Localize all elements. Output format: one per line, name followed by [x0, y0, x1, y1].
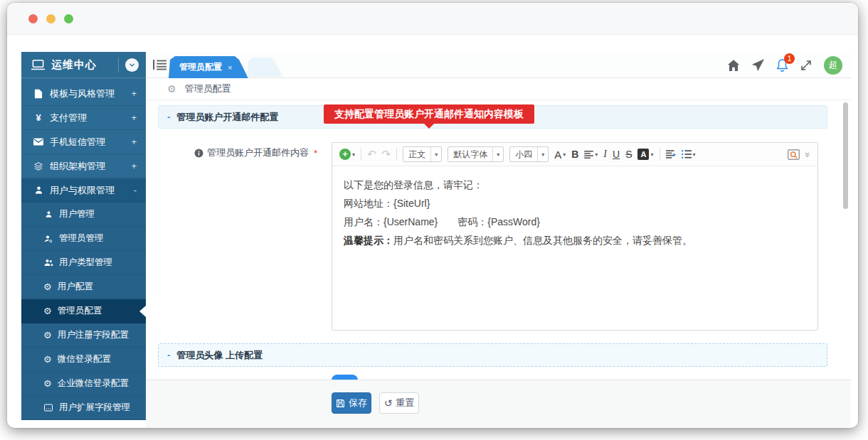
sidebar-item-admin-management[interactable]: 管理员管理 [21, 227, 146, 251]
window-titlebar [7, 3, 858, 35]
rich-text-editor: + ▾ ↶ ↷ 正文 ▾ 默认字体 ▾ [332, 142, 818, 331]
breadcrumb: ⚙ 管理员配置 [146, 78, 851, 100]
font-size-select[interactable]: 小四 ▾ [509, 146, 549, 162]
page-title: 管理员配置 [185, 82, 231, 95]
vertical-scrollbar[interactable] [843, 102, 848, 209]
sidebar-item-users-permissions[interactable]: 用户与权限管理 - [21, 178, 146, 203]
footer-bar: 保存 ↺ 重置 [146, 380, 851, 427]
highlight-color-button[interactable]: A ▾ [637, 149, 653, 160]
sidebar-item-template-style[interactable]: 模板与风格管理 + [21, 82, 146, 106]
fullscreen-window-button[interactable] [64, 14, 73, 23]
underline-button[interactable]: U [613, 149, 620, 160]
chevron-down-icon: ▾ [537, 147, 548, 161]
reset-button[interactable]: ↺ 重置 [379, 392, 419, 414]
save-button[interactable]: 保存 [332, 392, 371, 414]
topbar-icons: 1 超 [727, 52, 842, 78]
chevron-down-icon: ▾ [595, 151, 598, 158]
indent-icon [666, 150, 676, 159]
user-icon [33, 186, 43, 195]
sidebar-item-organization[interactable]: 组织架构管理 + [21, 154, 146, 178]
paragraph-select[interactable]: 正文 ▾ [403, 146, 442, 162]
font-family-select[interactable]: 默认字体 ▾ [448, 146, 504, 162]
align-icon [584, 151, 593, 159]
editor-toolbar: + ▾ ↶ ↷ 正文 ▾ 默认字体 ▾ [332, 143, 817, 166]
sidebar-item-wecom-login-config[interactable]: ⚙ 企业微信登录配置 [21, 372, 146, 396]
sidebar-item-user-config[interactable]: ⚙ 用户配置 [21, 275, 146, 299]
indent-button[interactable] [666, 150, 676, 159]
sidebar-header: 运维中心 [21, 52, 146, 78]
tab-admin-config[interactable]: 管理员配置 × [169, 56, 248, 78]
minimize-window-button[interactable] [46, 14, 55, 23]
insert-button[interactable]: + ▾ [339, 149, 355, 160]
user-icon [43, 210, 53, 218]
main-content: 管理员配置 × 1 [146, 52, 851, 427]
notification-badge: 1 [784, 53, 795, 64]
gear-icon: ⚙ [43, 306, 52, 316]
send-icon[interactable] [752, 59, 764, 71]
avatar[interactable]: 超 [824, 56, 842, 75]
id-card-icon [43, 404, 53, 412]
chevron-down-icon: ▾ [693, 151, 696, 158]
chevron-down-icon: ▾ [492, 147, 503, 161]
editor-line: 以下是您的登录信息，请牢记： [344, 176, 806, 194]
sidebar-group-users-permissions: 用户与权限管理 - 用户管理 管理员管理 [21, 178, 146, 420]
panel-avatar-upload-config[interactable]: - 管理员头像 上传配置 [158, 343, 827, 367]
reset-icon: ↺ [384, 398, 393, 408]
sidebar-collapse-button[interactable] [125, 58, 139, 72]
sidebar-item-user-type-management[interactable]: 用户类型管理 [21, 251, 146, 275]
laptop-icon [31, 60, 45, 70]
chevron-down-icon: ▾ [352, 151, 355, 158]
close-window-button[interactable] [28, 14, 38, 23]
bold-button[interactable]: B [571, 149, 578, 160]
collapse-minus-icon[interactable]: - [167, 112, 170, 122]
sidebar-item-register-field-config[interactable]: ⚙ 用户注册字段配置 [21, 323, 146, 348]
collapse-minus-icon[interactable]: - [134, 185, 137, 195]
app-title: 运维中心 [51, 58, 97, 72]
gear-icon: ⚙ [167, 83, 176, 95]
expand-plus-icon[interactable]: + [131, 161, 137, 171]
gear-icon: ⚙ [43, 331, 52, 340]
sidebar-item-payment[interactable]: ¥ 支付管理 + [21, 106, 146, 130]
sidebar: 运维中心 模板与风格管理 + ¥ 支付管理 + [21, 52, 146, 420]
sidebar-item-sms[interactable]: 手机短信管理 + [21, 130, 146, 154]
sidebar-item-wechat-login-config[interactable]: ⚙ 微信登录配置 [21, 348, 146, 372]
undo-icon[interactable]: ↶ [367, 148, 376, 161]
preview-icon[interactable] [788, 149, 800, 160]
expand-plus-icon[interactable]: + [131, 88, 137, 99]
sidebar-toggle-icon[interactable] [153, 59, 166, 70]
field-label: 管理员账户开通邮件内容 * [146, 146, 324, 159]
strikethrough-button[interactable]: S [625, 149, 632, 160]
tab-label: 管理员配置 [179, 61, 222, 73]
sidebar-item-user-extend-field[interactable]: 用户扩展字段管理 [21, 396, 146, 420]
home-icon[interactable] [727, 60, 740, 71]
expand-plus-icon[interactable]: + [131, 112, 137, 123]
tab-close-icon[interactable]: × [228, 63, 232, 72]
italic-button[interactable]: I [603, 149, 607, 160]
expand-plus-icon[interactable]: + [131, 136, 137, 147]
align-button[interactable]: ▾ [584, 151, 598, 159]
font-color-button[interactable]: A ▾ [554, 149, 566, 161]
sidebar-item-user-management[interactable]: 用户管理 [21, 203, 146, 227]
ghost-tab [247, 58, 282, 77]
editor-content[interactable]: 以下是您的登录信息，请牢记： 网站地址：{SiteUrl} 用户名：{UserN… [332, 166, 817, 259]
app-window: 运维中心 模板与风格管理 + ¥ 支付管理 + [7, 3, 858, 428]
editor-line: 网站地址：{SiteUrl} [344, 194, 806, 213]
highlight-a-icon: A [637, 149, 649, 160]
gear-icon: ⚙ [43, 379, 52, 388]
gear-icon: ⚙ [43, 355, 52, 364]
layers-icon [33, 161, 43, 171]
notification-bell-icon[interactable]: 1 [776, 58, 788, 72]
feature-tooltip: 支持配置管理员账户开通邮件通知内容模板 [324, 104, 534, 124]
ordered-list-button[interactable]: ▾ [682, 150, 696, 159]
collapse-minus-icon[interactable]: - [167, 350, 170, 360]
redo-icon[interactable]: ↷ [382, 148, 391, 161]
user-cog-icon [43, 235, 53, 243]
toolbar-more-icon[interactable]: » [803, 151, 813, 156]
file-icon [33, 89, 43, 99]
chevron-down-icon: ▾ [650, 151, 653, 158]
users-icon [43, 259, 53, 267]
sidebar-item-admin-config[interactable]: ⚙ 管理员配置 [21, 299, 146, 323]
fullscreen-expand-icon[interactable] [800, 60, 812, 71]
editor-line: 用户名：{UserName} 密码：{PassWord} [344, 213, 806, 231]
plus-circle-icon: + [339, 149, 351, 160]
